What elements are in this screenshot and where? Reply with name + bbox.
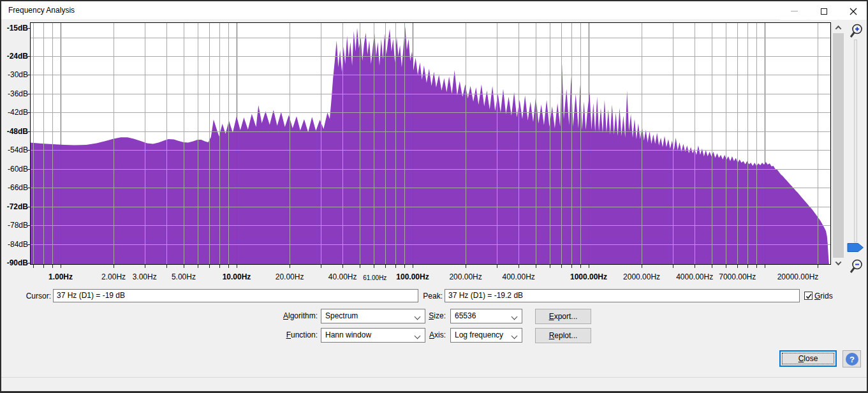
y-axis-label: -24dB: [1, 52, 28, 61]
y-axis-tick: [27, 28, 30, 29]
titlebar: Frequency Analysis: [1, 1, 867, 19]
y-axis-label: -78dB: [1, 221, 28, 230]
close-icon: [850, 8, 857, 15]
scrollbar-thumb[interactable]: [833, 33, 844, 258]
x-axis-tick: [52, 265, 53, 268]
y-axis-label: -15dB: [1, 24, 28, 33]
x-axis-tick: [114, 265, 114, 268]
algorithm-value: Spectrum: [325, 311, 358, 320]
x-axis-tick: [550, 265, 550, 268]
window-title: Frequency Analysis: [8, 1, 75, 19]
chevron-down-icon: [511, 333, 518, 339]
axis-value: Log frequency: [455, 330, 503, 339]
x-axis-tick: [589, 265, 589, 268]
x-axis-tick: [561, 265, 562, 268]
y-axis-label: -36dB: [1, 89, 28, 98]
zoom-out-button[interactable]: [848, 258, 864, 275]
grids-checkbox-label[interactable]: Grids: [814, 290, 843, 302]
function-value: Hann window: [325, 330, 371, 339]
y-axis-label: -54dB: [1, 145, 28, 154]
y-axis-tick: [27, 131, 30, 132]
help-icon: ?: [845, 352, 859, 366]
cursor-readout-field[interactable]: 37 Hz (D1) = -19 dB: [53, 289, 418, 302]
frequency-analysis-window: Frequency Analysis -15dB-24dB-30dB-36dB-…: [0, 0, 868, 393]
y-axis-tick: [27, 94, 30, 94]
x-axis-tick: [395, 265, 396, 268]
x-axis-tick: [413, 265, 413, 268]
x-axis-tick: [360, 265, 360, 268]
maximize-icon: [821, 8, 827, 15]
x-axis-tick: [756, 265, 757, 268]
zoom-in-button[interactable]: [848, 23, 864, 40]
scrollbar-up-button[interactable]: [833, 22, 844, 33]
x-axis-tick: [342, 265, 343, 268]
axis-label: Axis:: [408, 328, 446, 343]
y-axis-tick: [27, 263, 30, 263]
zoom-slider-track[interactable]: [854, 40, 857, 242]
size-select[interactable]: 65536: [450, 309, 522, 323]
y-axis-label: -66dB: [1, 183, 28, 192]
close-button-focus: Close: [782, 353, 834, 364]
x-axis-tick: [237, 265, 237, 268]
axis-select[interactable]: Log frequency: [450, 328, 522, 343]
x-axis-tick: [571, 265, 572, 268]
x-axis-tick: [695, 265, 695, 268]
close-button[interactable]: Close: [779, 350, 837, 367]
vertical-scrollbar[interactable]: [833, 22, 844, 269]
grids-checkbox[interactable]: [804, 292, 813, 300]
x-axis-tick: [497, 265, 497, 268]
y-axis-tick: [27, 225, 30, 226]
x-axis-tick: [228, 265, 229, 268]
x-axis-tick: [580, 265, 581, 268]
x-axis-tick: [219, 265, 220, 268]
x-axis-tick: [404, 265, 405, 268]
x-axis-tick: [726, 265, 726, 268]
y-axis-tick: [27, 150, 30, 151]
close-button-label: Close: [798, 354, 818, 363]
export-button[interactable]: Export...: [535, 309, 591, 324]
y-axis-tick: [27, 112, 30, 113]
x-axis-tick: [818, 265, 818, 268]
y-axis-tick: [27, 207, 30, 207]
spectrum-plot[interactable]: [30, 22, 831, 265]
x-axis-label: 400.00Hz: [483, 272, 554, 281]
peak-readout-field[interactable]: 37 Hz (D1) = -19.2 dB: [445, 289, 800, 302]
x-axis-tick: [33, 265, 34, 268]
help-button[interactable]: ?: [842, 350, 861, 367]
x-axis-tick: [166, 265, 167, 268]
chevron-down-icon: [835, 259, 842, 265]
x-axis-tick: [765, 265, 765, 268]
algorithm-label: Algorithm:: [254, 309, 318, 323]
chevron-up-icon: [835, 26, 842, 32]
x-axis-tick: [61, 265, 61, 268]
x-axis-tick: [673, 265, 673, 268]
minimize-button[interactable]: [780, 3, 809, 20]
x-axis-tick: [374, 265, 374, 268]
x-axis-label: 7000.00Hz: [702, 272, 772, 281]
svg-text:?: ?: [850, 355, 855, 364]
x-axis-tick: [321, 265, 321, 268]
x-axis-tick: [536, 265, 536, 268]
y-axis-label: -30dB: [1, 70, 28, 79]
zoom-in-icon: [848, 23, 864, 40]
maximize-button[interactable]: [809, 3, 838, 20]
close-window-button[interactable]: [839, 3, 867, 20]
minimize-icon: [791, 11, 798, 11]
y-axis-tick: [27, 56, 30, 57]
x-axis-tick: [290, 265, 290, 268]
y-axis-tick: [27, 169, 30, 170]
function-label: Function:: [254, 328, 318, 343]
x-axis-tick: [712, 265, 712, 268]
zoom-slider-thumb[interactable]: [847, 242, 864, 253]
x-axis-tick: [198, 265, 198, 268]
y-axis-tick: [27, 188, 30, 188]
x-axis-tick: [184, 265, 184, 268]
y-axis-label: -72dB: [1, 202, 28, 211]
replot-button[interactable]: Replot...: [535, 328, 591, 343]
x-axis-tick: [209, 265, 210, 268]
y-axis-label: -90dB: [1, 258, 28, 267]
y-axis-label: -84dB: [1, 240, 28, 249]
scrollbar-down-button[interactable]: [833, 258, 844, 269]
peak-label: Peak:: [412, 290, 443, 302]
checkmark-icon: [805, 292, 813, 300]
